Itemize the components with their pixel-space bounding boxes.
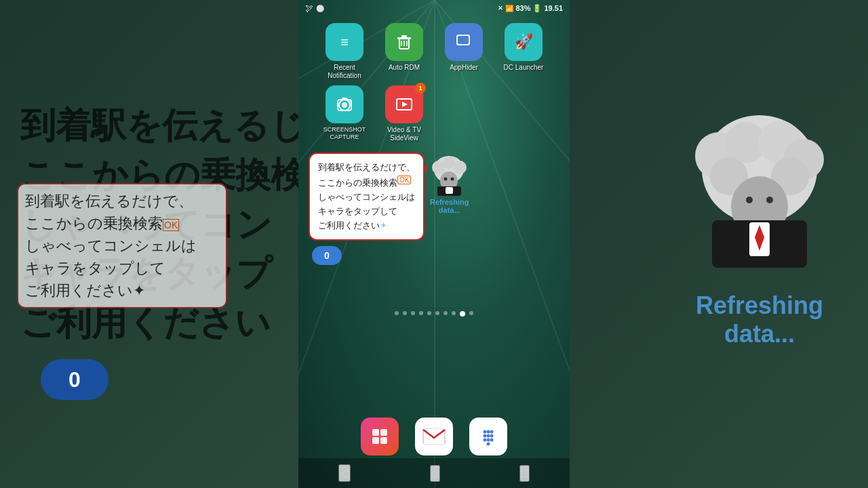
phone-screen: 🕊 ⚪ ✕ 📶 83% 🔋 19.51 ≡ RecentNotification [298,0,570,488]
bird-icon: 🕊 [305,3,313,13]
app-video-tv[interactable]: 1 Video & TVSideView [377,85,431,142]
x-icon: ✕ [498,5,503,12]
app-apphider[interactable]: AppHider [437,23,491,80]
battery-icon: 🔋 [532,4,542,13]
dock-icon-1 [370,426,390,447]
svg-rect-37 [372,429,379,436]
svg-rect-39 [372,437,379,444]
video-tv-badge: 1 [415,83,426,94]
svg-point-33 [444,178,448,181]
home-button[interactable]: ⌂ [430,465,440,482]
svg-rect-20 [458,36,469,44]
page-dot-9-active[interactable] [460,311,465,317]
sparkle-icon: ✦ [380,220,387,230]
page-dot-4[interactable] [419,311,423,315]
app-label-auto-rdm: Auto RDM [389,64,420,72]
svg-point-44 [484,430,487,434]
page-dot-8[interactable] [452,311,456,315]
camera-icon [334,94,355,115]
svg-point-22 [342,102,347,108]
svg-rect-15 [401,35,407,38]
apphider-icon [454,32,474,52]
app-grid: ≡ RecentNotification Auto RDM [298,16,570,149]
dock-dialer[interactable] [469,418,507,455]
svg-point-46 [490,430,494,434]
app-icon-apphider [445,23,483,61]
svg-rect-24 [342,98,347,100]
status-left-icons: 🕊 ⚪ [305,3,324,13]
back-button[interactable]: ◁ [338,464,351,482]
svg-rect-41 [423,428,445,445]
page-dot-1[interactable] [395,311,399,315]
svg-point-51 [487,439,490,442]
app-label-apphider: AppHider [450,64,478,72]
zero-button[interactable]: 0 [312,246,342,265]
battery-percent: 83% [515,4,530,12]
app-label-dc-launcher: DC Launcher [504,64,544,72]
sheep-large [692,102,827,278]
svg-marker-27 [402,102,408,107]
dock-app-1[interactable] [361,418,399,455]
dock-mail[interactable] [415,418,453,455]
svg-rect-36 [446,187,453,194]
svg-point-8 [746,197,753,203]
chat-area: 到着駅を伝えるだけで、 ここからの乗換検索OK しゃべってコンシェルは キャラを… [298,152,570,241]
svg-point-52 [490,439,494,442]
recents-button[interactable]: □ [519,465,530,482]
signal-icon: 📶 [505,5,513,12]
time-display: 19.51 [544,4,563,12]
refreshing-label: Refreshingdata... [430,198,469,214]
dock [298,418,570,455]
app-label-recent: RecentNotification [328,64,361,80]
page-dot-5[interactable] [427,311,431,315]
sheep-small-icon [431,152,468,197]
svg-point-47 [484,434,487,438]
status-bar: 🕊 ⚪ ✕ 📶 83% 🔋 19.51 [298,0,570,16]
page-dot-2[interactable] [403,311,407,315]
chat-text: 到着駅を伝えるだけで、 ここからの乗換検索OK しゃべってコンシェルは キャラを… [318,161,415,232]
tv-icon [394,94,414,115]
svg-point-25 [348,100,351,102]
sheep-character: Refreshingdata... [430,152,469,214]
app-icon-dc-launcher: 🚀 [505,23,542,61]
svg-rect-38 [380,429,387,436]
svg-point-34 [451,178,454,181]
dialer-icon [478,426,498,447]
ok-badge: OK [397,176,411,184]
svg-point-48 [487,434,490,438]
app-icon-screenshot [326,85,363,123]
svg-point-53 [487,443,490,446]
svg-point-31 [443,157,455,169]
mail-icon [422,428,446,445]
svg-point-9 [766,197,773,203]
page-dots [298,311,570,317]
chat-bubble: 到着駅を伝えるだけで、 ここからの乗換検索OK しゃべってコンシェルは キャラを… [309,152,425,241]
trash-icon [395,33,414,52]
app-dc-launcher[interactable]: 🚀 DC Launcher [496,23,551,80]
app-icon-video-tv: 1 [385,85,423,123]
refreshing-text-right: Refreshingdata... [696,291,823,348]
circle-icon: ⚪ [316,5,324,12]
app-icon-recent: ≡ [326,23,363,61]
nav-bar: ◁ ⌂ □ [298,458,570,488]
svg-point-49 [490,434,494,438]
svg-point-50 [484,439,487,442]
app-label-screenshot: SCREENSHOTCAPTURE [323,126,366,141]
app-auto-rdm[interactable]: Auto RDM [377,23,431,80]
bg-zero-btn: 0 [41,359,108,400]
bg-left-panel: 到着駅を伝えるじゃ ここからの乗換検索 しゃべってコン キャラをタップ ご利用く… [0,0,298,488]
app-recent-notification[interactable]: ≡ RecentNotification [317,23,372,80]
app-icon-auto-rdm [385,23,423,61]
page-dot-6[interactable] [435,311,439,315]
app-screenshot-capture[interactable]: SCREENSHOTCAPTURE [317,85,372,142]
page-dot-10[interactable] [469,311,473,315]
status-right-info: ✕ 📶 83% 🔋 19.51 [498,4,563,13]
svg-rect-40 [380,437,387,444]
page-dot-7[interactable] [443,311,448,315]
page-dot-3[interactable] [411,311,415,315]
svg-point-45 [487,430,490,434]
app-label-video-tv: Video & TVSideView [387,126,421,142]
zero-btn-area: 0 [298,241,570,270]
